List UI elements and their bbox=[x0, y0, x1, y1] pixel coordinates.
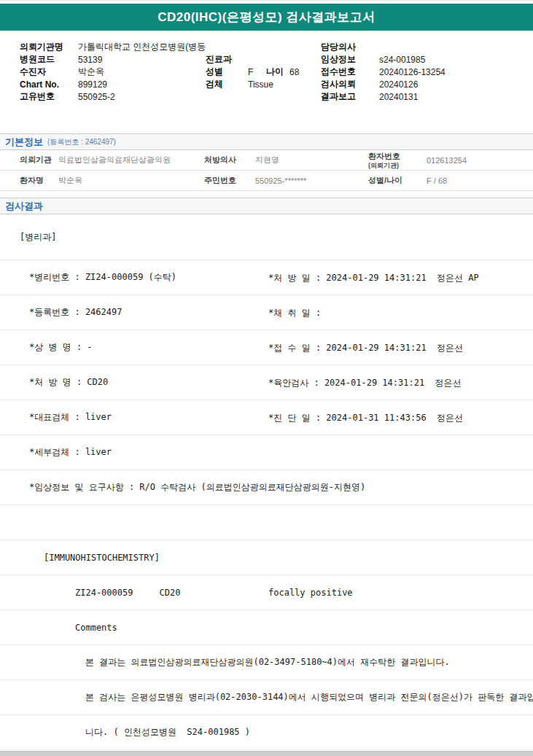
result-text-right: *처 방 일 : 2024-01-29 14:31:21 정은선 AP bbox=[268, 271, 479, 284]
field-value: 20240131 bbox=[379, 92, 533, 102]
field-label: 진료과 bbox=[206, 53, 248, 66]
field-label: 고유번호 bbox=[20, 90, 78, 103]
column-label-line2: (의뢰기관) bbox=[368, 162, 427, 169]
result-text-left: *등록번호 : 2462497 bbox=[29, 306, 122, 319]
field-value: F bbox=[248, 67, 266, 77]
result-row: *병리번호 : ZI24-000059 (수탁) *처 방 일 : 2024-0… bbox=[0, 260, 533, 295]
result-text-left: [IMMUNOHISTOCHEMISTRY] bbox=[44, 553, 160, 563]
field-value: s24-001985 bbox=[379, 55, 533, 65]
result-text-right: *육안검사 : 2024-01-29 14:31:21 정은선 bbox=[268, 376, 462, 389]
table-row: 환자명 박순옥 주민번호 550925-******* 성별/나이 F / 68 bbox=[0, 171, 533, 191]
result-row-comment: 본 결과는 의료법인삼광의료재단삼광의원(02-3497-5180~4)에서 재… bbox=[0, 645, 533, 680]
field-value: 20240126 bbox=[379, 79, 533, 90]
result-text-left: [병리과] bbox=[20, 231, 56, 243]
result-text-left: ZI24-000059 CD20 bbox=[75, 588, 181, 598]
result-text-left: *처 방 명 : CD20 bbox=[29, 376, 108, 389]
column-label: 환자명 bbox=[20, 175, 58, 186]
field-label: 의뢰기관명 bbox=[20, 41, 78, 53]
result-text-left: 본 결과는 의료법인삼광의료재단삼광의원(02-3497-5180~4)에서 재… bbox=[85, 656, 450, 669]
result-row: *상 병 명 : - *접 수 일 : 2024-01-29 14:31:21 … bbox=[0, 330, 533, 365]
result-row: Comments bbox=[0, 610, 533, 645]
results-section-header: 검사결과 bbox=[0, 198, 533, 214]
field-label: 담당의사 bbox=[321, 41, 379, 53]
results-block: [병리과] *병리번호 : ZI24-000059 (수탁) *처 방 일 : … bbox=[0, 214, 533, 750]
field-value-group: F 나이 68 bbox=[248, 66, 321, 78]
column-label-line1: 환자번호 bbox=[368, 152, 400, 160]
section-subtitle: (등록번호 : 2462497) bbox=[47, 137, 116, 147]
result-text-left: *세부검체 : liver bbox=[29, 446, 112, 459]
field-value-group: Tissue bbox=[248, 79, 321, 90]
patient-info-row: 수진자 박순옥 성별 F 나이 68 접수번호 20240126-13254 bbox=[20, 66, 533, 78]
result-row-department: [병리과] bbox=[0, 214, 533, 260]
basic-info-section-header: 기본정보 (등록번호 : 2462497) bbox=[0, 133, 533, 150]
report-title: CD20(IHC)(은평성모) 검사결과보고서 bbox=[157, 9, 376, 26]
result-text-left: 본 검사는 은평성모병원 병리과(02-2030-3144)에서 시행되었으며 … bbox=[85, 691, 533, 704]
result-row: *등록번호 : 2462497 *채 취 일 : bbox=[0, 295, 533, 330]
result-row-comment: 본 검사는 은평성모병원 병리과(02-2030-3144)에서 시행되었으며 … bbox=[0, 680, 533, 715]
field-label: 성별 bbox=[206, 66, 248, 78]
result-row-comment: 니다. ( 인천성모병원 S24-001985 ) bbox=[0, 715, 533, 750]
result-text-left: *대표검체 : liver bbox=[29, 411, 112, 424]
section-title: 기본정보 bbox=[5, 136, 43, 149]
result-row: ZI24-000059 CD20 focally positive bbox=[0, 575, 533, 610]
result-text-right: *접 수 일 : 2024-01-29 14:31:21 정은선 bbox=[268, 341, 463, 354]
result-text-left: *상 병 명 : - bbox=[29, 341, 93, 354]
column-label: 환자번호 (의뢰기관) bbox=[368, 151, 427, 169]
result-text-right: *진 단 일 : 2024-01-31 11:43:56 정은선 bbox=[268, 411, 463, 424]
patient-info-row: 병원코드 53139 진료과 임상정보 s24-001985 bbox=[20, 53, 533, 66]
field-value: 68 bbox=[289, 67, 299, 77]
field-value: 550925-2 bbox=[78, 92, 206, 102]
basic-info-table: 의뢰기관 의료법인삼광의료재단삼광의원 처방의사 지현영 환자번호 (의뢰기관)… bbox=[0, 150, 533, 191]
result-row: *처 방 명 : CD20 *육안검사 : 2024-01-29 14:31:2… bbox=[0, 365, 533, 400]
field-value: 박순옥 bbox=[78, 66, 206, 78]
field-label: 검체 bbox=[206, 78, 248, 90]
column-label: 의뢰기관 bbox=[20, 155, 58, 165]
result-text-right: focally positive bbox=[268, 588, 353, 598]
field-value: Tissue bbox=[248, 79, 273, 90]
patient-info-block: 의뢰기관명 가톨릭대학교 인천성모병원(병동 담당의사 병원코드 53139 진… bbox=[0, 31, 533, 103]
field-value: 53139 bbox=[78, 55, 206, 65]
column-label: 주민번호 bbox=[204, 175, 255, 186]
field-label: 수진자 bbox=[20, 66, 78, 78]
cell-value: F / 68 bbox=[427, 176, 533, 185]
result-text-right: *채 취 일 : bbox=[268, 306, 321, 319]
section-title: 검사결과 bbox=[5, 200, 43, 213]
field-label: 나이 bbox=[266, 66, 284, 78]
result-row-empty bbox=[0, 505, 533, 540]
field-label: 임상정보 bbox=[321, 53, 379, 66]
cell-value: 012613254 bbox=[427, 156, 533, 165]
field-label: 결과보고 bbox=[321, 90, 379, 103]
result-row: *대표검체 : liver *진 단 일 : 2024-01-31 11:43:… bbox=[0, 400, 533, 435]
field-label: 병원코드 bbox=[20, 53, 78, 66]
patient-info-row: Chart No. 899129 검체 Tissue 검사의뢰 20240126 bbox=[20, 78, 533, 90]
patient-info-row: 고유번호 550925-2 결과보고 20240131 bbox=[20, 90, 533, 103]
report-title-banner: CD20(IHC)(은평성모) 검사결과보고서 bbox=[0, 4, 533, 31]
result-text-left: *병리번호 : ZI24-000059 (수탁) bbox=[29, 271, 176, 284]
result-row: *임상정보 및 요구사항 : R/O 수탁검사 (의료법인삼광의료재단삼광의원-… bbox=[0, 470, 533, 505]
field-value: 20240126-13254 bbox=[379, 67, 533, 77]
result-text-left: Comments bbox=[75, 623, 117, 633]
table-row: 의뢰기관 의료법인삼광의료재단삼광의원 처방의사 지현영 환자번호 (의뢰기관)… bbox=[0, 150, 533, 171]
cell-value: 박순옥 bbox=[58, 175, 204, 186]
cell-value: 550925-******* bbox=[255, 176, 368, 185]
cell-value: 지현영 bbox=[255, 155, 368, 165]
result-text-left: 니다. ( 인천성모병원 S24-001985 ) bbox=[85, 726, 250, 739]
field-label: Chart No. bbox=[20, 79, 78, 90]
field-label: 검사의뢰 bbox=[321, 78, 379, 90]
patient-info-row: 의뢰기관명 가톨릭대학교 인천성모병원(병동 담당의사 bbox=[20, 41, 533, 53]
column-label: 처방의사 bbox=[204, 155, 255, 165]
field-label: 접수번호 bbox=[321, 66, 379, 78]
result-text-left: *임상정보 및 요구사항 : R/O 수탁검사 (의료법인삼광의료재단삼광의원-… bbox=[29, 481, 365, 494]
result-row: *세부검체 : liver bbox=[0, 435, 533, 470]
column-label: 성별/나이 bbox=[368, 175, 427, 186]
field-value: 가톨릭대학교 인천성모병원(병동 bbox=[78, 41, 206, 53]
report-page: CD20(IHC)(은평성모) 검사결과보고서 의뢰기관명 가톨릭대학교 인천성… bbox=[0, 0, 533, 756]
result-row-subsection: [IMMUNOHISTOCHEMISTRY] bbox=[0, 540, 533, 575]
cell-value: 의료법인삼광의료재단삼광의원 bbox=[58, 155, 204, 165]
field-value: 899129 bbox=[78, 79, 206, 90]
bottom-scrollbar-track[interactable] bbox=[0, 751, 533, 756]
